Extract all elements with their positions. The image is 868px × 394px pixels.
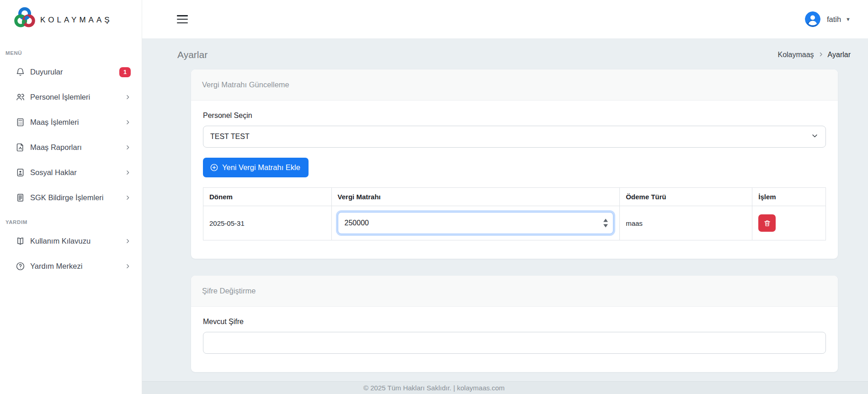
brand-logo[interactable]: KOLAYMAAŞ xyxy=(0,0,142,38)
password-card-title: Şifre Değiştirme xyxy=(191,276,838,307)
bell-icon xyxy=(15,67,25,77)
tax-base-card: Vergi Matrahı Güncelleme Personel Seçin … xyxy=(191,69,838,259)
people-icon xyxy=(15,92,25,102)
sidebar-item-kullanim-kilavuzu[interactable]: Kullanım Kılavuzu xyxy=(0,229,142,254)
person-card-icon xyxy=(15,168,25,178)
sidebar-item-label: Sosyal Haklar xyxy=(30,168,125,177)
main-content: Ayarlar Kolaymaaş Ayarlar Vergi Matrahı … xyxy=(142,38,868,394)
sidebar-item-label: Maaş İşlemleri xyxy=(30,118,125,127)
column-header-donem: Dönem xyxy=(203,188,332,206)
page-title: Ayarlar xyxy=(177,49,208,60)
sidebar-item-label: Duyurular xyxy=(30,68,119,76)
tax-base-input[interactable] xyxy=(338,212,614,234)
chevron-right-icon xyxy=(818,51,824,59)
breadcrumb: Kolaymaaş Ayarlar xyxy=(777,51,851,59)
brand-name: KOLAYMAAŞ xyxy=(40,16,112,25)
sidebar-section-menu: MENÜ xyxy=(0,38,142,59)
calculator-icon xyxy=(15,117,25,128)
hamburger-menu-icon[interactable] xyxy=(177,15,188,23)
sidebar-item-label: Personel İşlemleri xyxy=(30,93,125,101)
sidebar-item-label: Yardım Merkezi xyxy=(30,262,125,271)
user-name: fatih xyxy=(827,15,841,24)
chevron-right-icon xyxy=(125,119,131,125)
sidebar-item-maas-raporlari[interactable]: Maaş Raporları xyxy=(0,135,142,160)
sidebar-item-label: Kullanım Kılavuzu xyxy=(30,237,125,245)
table-header-row: Dönem Vergi Matrahı Ödeme Türü İşlem xyxy=(203,188,826,206)
password-card: Şifre Değiştirme Mevcut Şifre xyxy=(191,276,838,372)
question-icon xyxy=(15,261,25,272)
caret-down-icon: ▼ xyxy=(846,16,851,22)
personnel-select-value: TEST TEST xyxy=(210,133,250,141)
chevron-right-icon xyxy=(125,238,131,244)
sidebar-item-label: SGK Bildirge İşlemleri xyxy=(30,193,125,202)
column-header-odeme-turu: Ödeme Türü xyxy=(620,188,752,206)
column-header-vergi-matrahi: Vergi Matrahı xyxy=(331,188,620,206)
pdf-file-icon xyxy=(15,143,25,153)
tax-base-card-title: Vergi Matrahı Güncelleme xyxy=(191,69,838,101)
breadcrumb-current: Ayarlar xyxy=(828,51,851,59)
delete-row-button[interactable] xyxy=(758,214,776,232)
sidebar-item-personel-islemleri[interactable]: Personel İşlemleri xyxy=(0,85,142,110)
trefoil-logo-icon xyxy=(12,6,37,34)
sidebar-item-duyurular[interactable]: Duyurular 1 xyxy=(0,59,142,85)
column-header-islem: İşlem xyxy=(752,188,826,206)
sidebar-section-yardim: YARDIM xyxy=(0,210,142,229)
page-head: Ayarlar Kolaymaaş Ayarlar xyxy=(142,38,868,69)
payment-type-cell: maas xyxy=(620,206,752,240)
trash-icon xyxy=(763,219,771,227)
footer-copyright: © 2025 Tüm Hakları Saklıdır. | kolaymaas… xyxy=(363,384,505,392)
sidebar-item-label: Maaş Raporları xyxy=(30,143,125,152)
number-spinner-icon[interactable] xyxy=(603,219,608,228)
add-tax-base-button[interactable]: Yeni Vergi Matrahı Ekle xyxy=(203,158,309,177)
tax-base-table: Dönem Vergi Matrahı Ödeme Türü İşlem 202… xyxy=(203,187,826,240)
book-icon xyxy=(15,236,25,246)
breadcrumb-root-link[interactable]: Kolaymaaş xyxy=(777,51,814,59)
current-password-input[interactable] xyxy=(203,332,826,354)
sidebar-item-maas-islemleri[interactable]: Maaş İşlemleri xyxy=(0,110,142,135)
top-header: fatih ▼ xyxy=(142,0,868,38)
personnel-select-label: Personel Seçin xyxy=(203,112,826,120)
sidebar-item-sosyal-haklar[interactable]: Sosyal Haklar xyxy=(0,160,142,185)
personnel-select[interactable]: TEST TEST xyxy=(203,126,826,148)
chevron-right-icon xyxy=(125,263,131,269)
chevron-down-icon xyxy=(811,133,818,141)
chevron-right-icon xyxy=(125,94,131,100)
notification-badge: 1 xyxy=(119,67,131,77)
add-tax-base-button-label: Yeni Vergi Matrahı Ekle xyxy=(222,163,300,172)
sidebar: KOLAYMAAŞ MENÜ Duyurular 1 Personel İşle… xyxy=(0,0,142,394)
table-row: 2025-05-31 maas xyxy=(203,206,826,240)
period-cell: 2025-05-31 xyxy=(203,206,332,240)
sidebar-item-sgk-bildirge[interactable]: SGK Bildirge İşlemleri xyxy=(0,185,142,210)
current-password-label: Mevcut Şifre xyxy=(203,318,826,326)
document-icon xyxy=(15,193,25,203)
sidebar-item-yardim-merkezi[interactable]: Yardım Merkezi xyxy=(0,254,142,279)
user-avatar xyxy=(805,11,820,27)
chevron-right-icon xyxy=(125,144,131,150)
user-menu[interactable]: fatih ▼ xyxy=(805,11,851,27)
chevron-right-icon xyxy=(125,170,131,176)
plus-circle-icon xyxy=(210,163,218,172)
chevron-right-icon xyxy=(125,195,131,201)
